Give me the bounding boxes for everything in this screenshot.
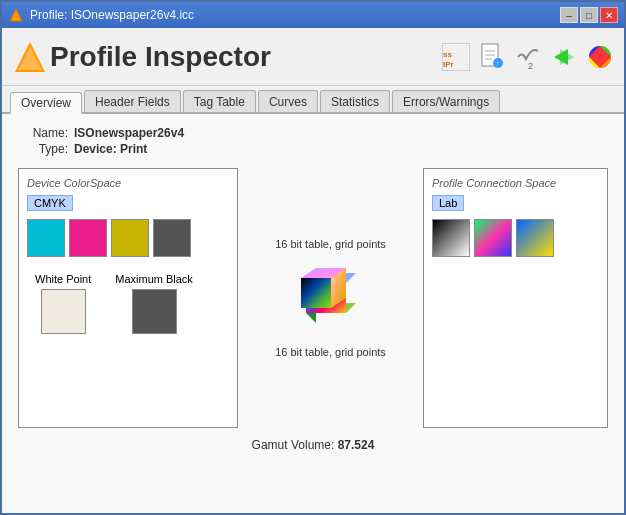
ss-pr-icon: ss IPr	[442, 43, 470, 71]
title-bar-left: Profile: ISOnewspaper26v4.icc	[8, 7, 194, 23]
swatch-lab-by	[516, 219, 554, 257]
validate-icon-btn[interactable]: 2	[512, 41, 544, 73]
tabs-bar: Overview Header Fields Tag Table Curves …	[2, 86, 624, 114]
document-icon: ↑	[480, 43, 504, 71]
toolbar: Profile Inspector ss IPr ↑	[2, 28, 624, 86]
svg-marker-21	[301, 278, 331, 308]
white-black-section: White Point Maximum Black	[27, 265, 229, 342]
name-value: ISOnewspaper26v4	[74, 126, 184, 140]
white-point-item: White Point	[35, 273, 91, 334]
main-window: Profile: ISOnewspaper26v4.icc – □ ✕ Prof…	[0, 0, 626, 515]
device-cs-label: CMYK	[27, 195, 73, 211]
max-black-label: Maximum Black	[115, 273, 193, 285]
max-black-swatch	[132, 289, 177, 334]
type-label: Type:	[18, 142, 68, 156]
cmyk-swatches	[27, 219, 229, 257]
color-cube	[291, 258, 371, 338]
toolbar-icons: ss IPr ↑ 2	[440, 41, 616, 73]
swatch-black	[153, 219, 191, 257]
name-label: Name:	[18, 126, 68, 140]
gamut-footer: Gamut Volume: 87.524	[18, 438, 608, 452]
svg-text:↑: ↑	[496, 60, 500, 67]
cube-svg	[291, 258, 371, 338]
color-icon	[586, 43, 614, 71]
tab-overview[interactable]: Overview	[10, 92, 82, 114]
swatch-magenta	[69, 219, 107, 257]
white-point-label: White Point	[35, 273, 91, 285]
middle-section: 16 bit table, grid points	[254, 168, 407, 428]
tab-curves[interactable]: Curves	[258, 90, 318, 112]
white-point-swatch	[41, 289, 86, 334]
bit-table-top-label: 16 bit table, grid points	[275, 238, 386, 250]
swatch-cyan	[27, 219, 65, 257]
app-title: Profile Inspector	[50, 41, 440, 73]
app-logo-icon	[10, 37, 50, 77]
type-value: Device: Print	[74, 142, 147, 156]
type-row: Type: Device: Print	[18, 142, 608, 156]
pcs-title: Profile Connection Space	[432, 177, 599, 189]
compare-icon	[550, 43, 578, 71]
max-black-item: Maximum Black	[115, 273, 193, 334]
minimize-button[interactable]: –	[560, 7, 578, 23]
color-icon-btn[interactable]	[584, 41, 616, 73]
gamut-value: 87.524	[338, 438, 375, 452]
lab-swatches	[432, 219, 599, 257]
color-spaces-row: Device ColorSpace CMYK White Point Maxim…	[18, 168, 608, 428]
title-bar: Profile: ISOnewspaper26v4.icc – □ ✕	[2, 2, 624, 28]
svg-text:IPr: IPr	[443, 60, 454, 69]
swatch-yellow	[111, 219, 149, 257]
tab-errors-warnings[interactable]: Errors/Warnings	[392, 90, 500, 112]
pcs-box: Profile Connection Space Lab	[423, 168, 608, 428]
maximize-button[interactable]: □	[580, 7, 598, 23]
bit-table-bottom-label: 16 bit table, grid points	[275, 346, 386, 358]
svg-text:ss: ss	[443, 50, 452, 59]
compare-icon-btn[interactable]	[548, 41, 580, 73]
swatch-lab-bw	[432, 219, 470, 257]
close-button[interactable]: ✕	[600, 7, 618, 23]
gamut-label: Gamut Volume:	[252, 438, 335, 452]
pcs-label: Lab	[432, 195, 464, 211]
device-colorspace-box: Device ColorSpace CMYK White Point Maxim…	[18, 168, 238, 428]
name-row: Name: ISOnewspaper26v4	[18, 126, 608, 140]
ss-pr-icon-btn[interactable]: ss IPr	[440, 41, 472, 73]
profile-info: Name: ISOnewspaper26v4 Type: Device: Pri…	[18, 126, 608, 156]
svg-text:2: 2	[528, 61, 533, 71]
document-icon-btn[interactable]: ↑	[476, 41, 508, 73]
svg-marker-0	[10, 9, 22, 21]
swatch-lab-gm	[474, 219, 512, 257]
tab-statistics[interactable]: Statistics	[320, 90, 390, 112]
main-content: Name: ISOnewspaper26v4 Type: Device: Pri…	[2, 114, 624, 513]
window-icon	[8, 7, 24, 23]
device-cs-title: Device ColorSpace	[27, 177, 229, 189]
validate-icon: 2	[514, 43, 542, 71]
window-title: Profile: ISOnewspaper26v4.icc	[30, 8, 194, 22]
tab-header-fields[interactable]: Header Fields	[84, 90, 181, 112]
title-bar-buttons: – □ ✕	[560, 7, 618, 23]
tab-tag-table[interactable]: Tag Table	[183, 90, 256, 112]
svg-marker-2	[18, 47, 42, 70]
